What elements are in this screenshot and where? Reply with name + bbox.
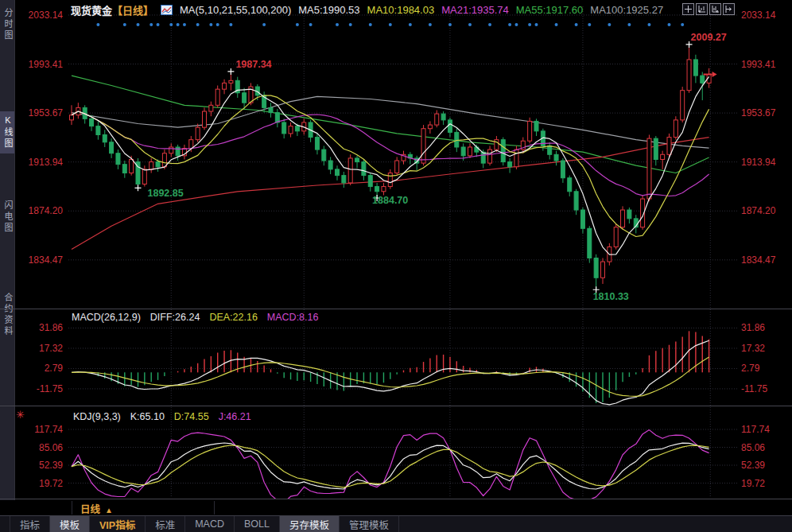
axis-tick-label: 19.72 [15,478,63,489]
price-annotation: 1884.70 [372,195,408,206]
axis-tick-label: 1834.47 [741,254,775,266]
sidebar-item-contract-info[interactable]: 合约资料 [0,293,14,337]
tab-boll[interactable]: BOLL [235,516,280,532]
pan-right-icon[interactable] [723,3,735,15]
axis-tick-label: 17.32 [741,343,765,354]
tab-standard[interactable]: 标准 [146,516,185,532]
axis-tick-label: 52.39 [741,460,765,471]
axis-tick-label: 85.06 [15,442,63,453]
ma21-value: MA21:1935.74 [441,4,509,16]
axis-tick-label: -11.75 [15,383,63,394]
tab-indicators[interactable]: 指标 [10,516,50,532]
kdj-axis-divider [0,499,792,499]
tab-save-template[interactable]: 另存模板 [280,516,340,532]
price-annotation: 1987.34 [235,59,271,70]
indicator-settings-icon[interactable]: ✳ [16,410,25,420]
axis-tick-label: 1913.94 [741,157,775,168]
axis-tick-label: 1913.94 [15,157,63,168]
macd-panel-header: MACD(26,12,9) DIFF:26.24 DEA:22.16 MACD:… [72,312,318,323]
chart-header: 现货黄金【日线】 MA(5,10,21,55,100,200) MA5:1990… [71,2,663,17]
axis-row-separator [72,501,72,515]
axis-tick-label: 2033.14 [15,10,63,21]
diff-value: DIFF:26.24 [150,312,200,323]
axis-tick-label: 17.32 [15,343,63,354]
kline-chart-canvas[interactable] [0,0,792,532]
d-value: D:74.55 [174,411,209,422]
ma10-value: MA10:1984.03 [367,4,435,16]
axis-tick-label: 1834.47 [15,254,63,266]
kdj-panel-header: KDJ(9,3,3) K:65.10 D:74.55 J:46.21 [73,411,251,422]
k-value: K:65.10 [130,411,165,422]
axis-tick-label: 1953.67 [741,107,775,118]
axis-tick-label: 85.06 [741,442,765,453]
ma5-value: MA5:1990.53 [298,4,359,16]
macd-title: MACD(26,12,9) [72,312,141,323]
time-axis-row: 日线▲ [0,500,792,515]
axis-tick-label: 1874.20 [741,205,775,216]
axis-tick-label: 52.39 [15,460,63,471]
sidebar-item-kline-chart[interactable]: K线图 [0,111,14,153]
tab-templates[interactable]: 模板 [50,516,90,532]
j-value: J:46.21 [219,411,251,422]
axis-tick-label: 2.79 [15,363,63,374]
axis-tick-label: 19.72 [741,478,765,489]
ma100-value: MA100:1925.27 [590,4,663,16]
main-macd-divider [0,309,792,309]
axis-tick-label: 31.86 [741,322,765,333]
axis-tick-label: 117.74 [741,424,770,435]
sidebar-item-lightning-chart[interactable]: 闪电图 [0,200,14,234]
macd-kdj-divider [0,406,792,406]
macd-value: MACD:8.16 [267,312,319,323]
dea-value: DEA:22.16 [209,312,257,323]
price-annotation: 1892.85 [148,188,184,199]
axis-row-separator [214,501,215,515]
kdj-title: KDJ(9,3,3) [73,411,121,422]
axis-tick-label: 2033.14 [741,10,775,21]
symbol-name: 现货黄金【日线】 [71,2,153,17]
price-annotation: 1810.33 [593,291,629,302]
tab-macd[interactable]: MACD [185,516,235,532]
chart-thumbnail-icon [161,5,173,15]
axis-tick-label: -11.75 [741,383,767,394]
axis-tick-label: 2.79 [741,363,759,374]
tab-vip-indicators[interactable]: VIP指标 [90,516,146,532]
crosshair-icon[interactable] [682,3,694,15]
axis-tick-label: 1953.67 [15,107,63,118]
indicator-tabbar: 指标 模板 VIP指标 标准 MACD BOLL 另存模板 管理模板 [0,515,792,532]
period-selector[interactable]: 日线▲ [80,501,113,516]
ma-caption: MA(5,10,21,55,100,200) [180,4,291,16]
price-annotation: 2009.27 [691,32,727,43]
ma55-value: MA55:1917.60 [516,4,584,16]
axis-tick-label: 1993.41 [741,59,775,70]
zoom-in-icon[interactable] [709,3,721,15]
zoom-out-icon[interactable] [696,3,708,15]
tab-manage-template[interactable]: 管理模板 [340,516,399,532]
trading-app-window: 分时图 K线图 闪电图 合约资料 现货黄金【日线】 MA(5,10,21,55,… [0,0,792,532]
chart-toolbar [682,3,735,15]
sidebar-item-time-chart[interactable]: 分时图 [0,8,14,41]
axis-tick-label: 31.86 [15,322,63,333]
axis-tick-label: 117.74 [15,424,63,435]
axis-tick-label: 1993.41 [15,59,63,70]
chart-type-sidebar: 分时图 K线图 闪电图 合约资料 [0,0,15,515]
axis-tick-label: 1874.20 [15,205,63,216]
